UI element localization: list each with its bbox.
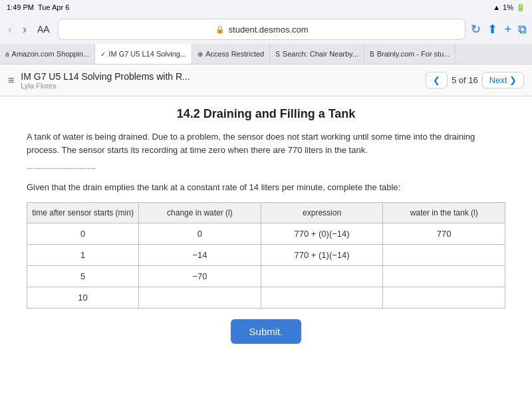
divider: ------------------------ (27, 163, 505, 173)
cell-time: 10 (27, 287, 139, 308)
cell-time: 5 (27, 265, 139, 287)
instruction-text: Given that the drain empties the tank at… (27, 181, 505, 194)
cell-change: −70 (139, 265, 261, 287)
cell-expression[interactable] (261, 265, 383, 287)
browser-chrome: ‹ › AA 🔒 student.desmos.com ↻ ⬆ + ⧉ a Am… (0, 15, 532, 65)
lock-icon: 🔒 (215, 25, 225, 34)
input-water-row2[interactable] (393, 271, 495, 281)
cell-water: 770 (383, 223, 505, 244)
reader-view-button[interactable]: AA (35, 23, 53, 36)
status-bar: 1:49 PM Tue Apr 6 ▲ 1% 🔋 (0, 0, 532, 15)
amazon-favicon: a (5, 51, 9, 58)
table-header-row: time after sensor starts (min) change in… (27, 202, 505, 223)
page-title: IM G7 U5 L14 Solving Problems with R... (21, 71, 426, 82)
input-expression-row3[interactable] (271, 293, 373, 303)
table-row: 1−14770 + (1)(−14) (27, 244, 505, 265)
tab-restricted-label: Access Restricted (205, 50, 264, 58)
submit-button[interactable]: Submit. (231, 319, 302, 344)
tab-restricted[interactable]: ⊕ Access Restricted (192, 44, 270, 64)
tabs-bar: a Amazon.com Shoppin... ✓ IM G7 U5 L14 S… (0, 44, 532, 64)
col-header-time: time after sensor starts (min) (27, 202, 139, 223)
battery-icon: 🔋 (516, 3, 525, 12)
problem-text: A tank of water is being drained. Due to… (27, 130, 505, 156)
cell-expression[interactable] (261, 287, 383, 308)
page-title-area: IM G7 U5 L14 Solving Problems with R... … (21, 71, 426, 90)
cell-change[interactable] (139, 287, 261, 308)
tab-desmos[interactable]: ✓ IM G7 U5 L14 Solving... (95, 44, 192, 64)
col-header-water: water in the tank (l) (383, 202, 505, 223)
cell-water[interactable] (383, 265, 505, 287)
page-header: ≡ IM G7 U5 L14 Solving Problems with R..… (0, 65, 532, 96)
add-tab-button[interactable]: + (504, 23, 511, 37)
main-content: 14.2 Draining and Filling a Tank A tank … (0, 96, 532, 399)
tab-amazon-label: Amazon.com Shoppin... (12, 50, 90, 58)
page-subtitle: Lyla Flores (21, 82, 426, 90)
tab-search[interactable]: S Search: Chair Nearby... (270, 44, 364, 64)
lesson-title: 14.2 Draining and Filling a Tank (27, 107, 505, 121)
search-favicon: S (275, 51, 280, 58)
input-expression-row2[interactable] (271, 271, 373, 281)
cell-water[interactable] (383, 244, 505, 265)
next-page-button[interactable]: Next ❯ (482, 72, 524, 88)
submit-area: Submit. (27, 319, 505, 344)
prev-page-button[interactable]: ❮ (426, 72, 448, 88)
tab-brainly-label: Brainly.com - For stu... (377, 50, 450, 58)
cell-time: 0 (27, 223, 139, 244)
desmos-favicon: ✓ (100, 51, 106, 58)
tab-amazon[interactable]: a Amazon.com Shoppin... (0, 44, 95, 64)
brainly-favicon: B (370, 51, 374, 58)
wifi-icon: ▲ (493, 3, 500, 11)
url-text: student.desmos.com (229, 25, 309, 35)
address-bar[interactable]: 🔒 student.desmos.com (58, 19, 466, 40)
cell-time: 1 (27, 244, 139, 265)
cell-expression: 770 + (0)(−14) (261, 223, 383, 244)
col-header-change: change in water (l) (139, 202, 261, 223)
tab-brainly[interactable]: B Brainly.com - For stu... (364, 44, 456, 64)
status-time: 1:49 PM (7, 3, 34, 11)
back-button[interactable]: ‹ (5, 21, 15, 38)
nav-controls: ❮ 5 of 16 Next ❯ (426, 72, 524, 88)
cell-change: −14 (139, 244, 261, 265)
table-row: 00770 + (0)(−14)770 (27, 223, 505, 244)
cell-water[interactable] (383, 287, 505, 308)
input-water-row3[interactable] (393, 293, 495, 303)
tab-search-label: Search: Chair Nearby... (283, 50, 358, 58)
input-water-row1[interactable] (393, 250, 495, 260)
tabs-button[interactable]: ⧉ (518, 23, 527, 37)
share-button[interactable]: ⬆ (487, 22, 497, 37)
cell-expression: 770 + (1)(−14) (261, 244, 383, 265)
restricted-favicon: ⊕ (198, 51, 203, 58)
status-date: Tue Apr 6 (38, 3, 69, 11)
data-table: time after sensor starts (min) change in… (27, 202, 505, 309)
table-row: 10 (27, 287, 505, 308)
col-header-expression: expression (261, 202, 383, 223)
battery-level: 1% (503, 3, 513, 11)
hamburger-menu-button[interactable]: ≡ (8, 74, 14, 86)
page-indicator: 5 of 16 (452, 75, 478, 85)
input-change-row3[interactable] (149, 293, 251, 303)
table-row: 5−70 (27, 265, 505, 287)
reload-button[interactable]: ↻ (471, 22, 481, 37)
tab-desmos-label: IM G7 U5 L14 Solving... (108, 50, 186, 58)
forward-button[interactable]: › (20, 21, 29, 38)
cell-change: 0 (139, 223, 261, 244)
